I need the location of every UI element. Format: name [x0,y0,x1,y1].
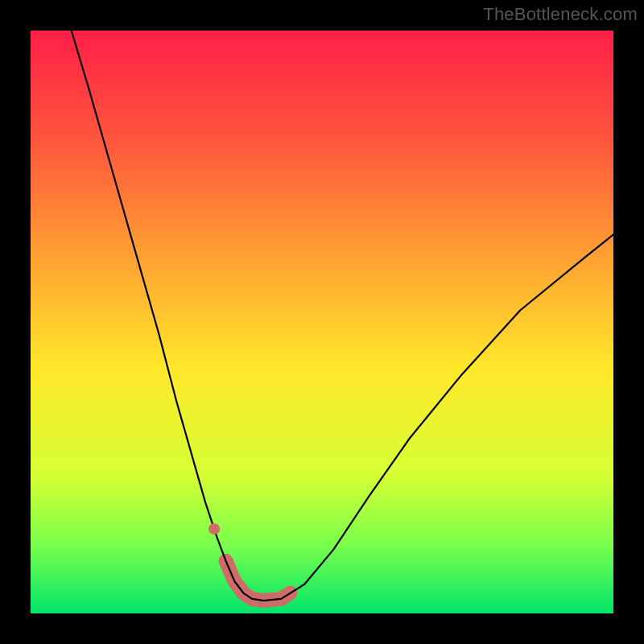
marker-dot [208,523,220,535]
chart-frame: TheBottleneck.com [0,0,644,644]
watermark-text: TheBottleneck.com [483,4,638,25]
curve-path [72,31,613,601]
chart-svg [31,31,613,613]
trough-highlight [226,561,291,601]
plot-area [31,31,613,613]
